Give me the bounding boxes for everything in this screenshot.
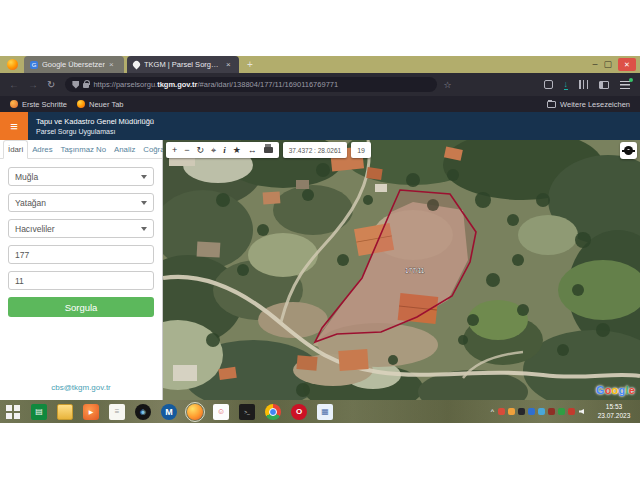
tray-icons xyxy=(498,408,575,415)
zoom-level-readout: 19 xyxy=(351,142,371,158)
parsel-input[interactable] xyxy=(15,276,147,286)
il-select[interactable]: Muğla xyxy=(8,167,154,186)
opera-taskbar-icon[interactable]: O xyxy=(291,404,307,420)
app-title: Parsel Sorgu Uygulaması xyxy=(36,128,154,135)
contact-email-link[interactable]: cbs@tkgm.gov.tr xyxy=(51,383,111,392)
browser-navbar: ← → ↻ https://parselsorgu.tkgm.gov.tr/#a… xyxy=(0,73,640,96)
sidebar-toggle-icon[interactable] xyxy=(599,81,609,89)
clock-date: 23.07.2023 xyxy=(593,412,635,421)
tab-close-icon[interactable]: × xyxy=(226,60,231,69)
firefox-icon xyxy=(77,100,85,108)
tray-black-icon[interactable] xyxy=(518,408,525,415)
folder-icon xyxy=(547,101,556,108)
library-icon[interactable] xyxy=(579,80,588,89)
coordinate-readout: 37.4372 : 28.0261 xyxy=(283,142,347,158)
map-toolbar: + − ↻ ⌖ i ★ ↔ 37.4372 : 28.0261 19 xyxy=(166,142,371,158)
chevron-down-icon xyxy=(141,201,147,205)
new-tab-button[interactable]: + xyxy=(247,59,253,70)
app-menu-button[interactable]: ≡ xyxy=(0,112,28,140)
bookmark-neuer-tab[interactable]: Neuer Tab xyxy=(77,100,123,109)
chevron-down-icon xyxy=(141,227,147,231)
tab-title: Google Übersetzer xyxy=(42,60,105,69)
map-settings-button[interactable] xyxy=(620,142,637,159)
map-refresh-icon[interactable]: ↻ xyxy=(197,146,205,155)
menu-hamburger-icon[interactable] xyxy=(620,81,630,89)
notepad-taskbar-icon[interactable]: ≡ xyxy=(109,404,125,420)
translate-favicon-icon: G xyxy=(30,61,38,69)
volume-icon[interactable] xyxy=(579,409,584,414)
firefox-logo-icon xyxy=(7,59,18,70)
browser-titlebar: G Google Übersetzer × TKGM | Parsel Sorg… xyxy=(0,56,640,73)
terminal-taskbar-icon[interactable]: >_ xyxy=(239,404,255,420)
map-zoom-in-icon[interactable]: + xyxy=(172,146,177,155)
chevron-down-icon xyxy=(141,175,147,179)
query-sidebar: İdari Adres Taşınmaz No Analiz Coğrafi M… xyxy=(0,140,163,400)
downloads-icon[interactable]: ↓ xyxy=(564,80,569,90)
satellite-map[interactable]: 177/11 xyxy=(163,140,640,400)
explorer-taskbar-icon[interactable] xyxy=(57,404,73,420)
ilce-select[interactable]: Yatağan xyxy=(8,193,154,212)
globe-icon xyxy=(10,100,18,108)
query-tabs: İdari Adres Taşınmaz No Analiz Coğrafi xyxy=(0,140,162,159)
back-icon[interactable]: ← xyxy=(9,79,19,90)
firefox-taskbar-icon[interactable] xyxy=(187,404,203,420)
tray-red-icon[interactable] xyxy=(498,408,505,415)
other-bookmarks[interactable]: Weitere Lesezeichen xyxy=(547,100,640,109)
map-favorites-icon[interactable]: ★ xyxy=(233,146,241,155)
chrome-taskbar-icon[interactable] xyxy=(265,404,281,420)
store-taskbar-icon[interactable]: ▤ xyxy=(31,404,47,420)
url-bar[interactable]: https://parselsorgu.tkgm.gov.tr/#ara/ida… xyxy=(65,77,437,92)
il-value: Muğla xyxy=(15,172,38,182)
map-zoom-out-icon[interactable]: − xyxy=(184,146,189,155)
reload-icon[interactable]: ↻ xyxy=(47,79,55,90)
restore-button[interactable]: ▢ xyxy=(603,60,612,69)
tab-analiz[interactable]: Analiz xyxy=(110,140,139,158)
media-taskbar-icon[interactable]: ▶ xyxy=(83,404,99,420)
clock-time: 15:53 xyxy=(593,403,635,412)
minimize-button[interactable]: – xyxy=(592,60,597,69)
tray-expand-icon[interactable]: ^ xyxy=(491,408,494,415)
map-locate-icon[interactable]: ⌖ xyxy=(211,146,216,155)
bookmark-erste-schritte[interactable]: Erste Schritte xyxy=(10,100,67,109)
start-taskbar-icon[interactable] xyxy=(5,404,21,420)
tray-green-icon[interactable] xyxy=(558,408,565,415)
lock-icon[interactable] xyxy=(83,83,89,88)
org-title: Tapu ve Kadastro Genel Müdürlüğü xyxy=(36,117,154,126)
ada-input[interactable] xyxy=(15,250,147,260)
url-text: https://parselsorgu.tkgm.gov.tr/#ara/ida… xyxy=(93,80,338,89)
tab-tasinmaz-no[interactable]: Taşınmaz No xyxy=(57,140,111,158)
maps-taskbar-icon[interactable]: M xyxy=(161,404,177,420)
browser-window: G Google Übersetzer × TKGM | Parsel Sorg… xyxy=(0,56,640,400)
bookmark-label: Erste Schritte xyxy=(22,100,67,109)
tracking-shield-icon[interactable] xyxy=(72,81,79,89)
photos-taskbar-icon[interactable]: ☺ xyxy=(213,404,229,420)
tab-google-uebersetzer[interactable]: G Google Übersetzer × xyxy=(24,56,124,73)
map-measure-icon[interactable]: ↔ xyxy=(248,146,257,155)
mahalle-select[interactable]: Hacıveliler xyxy=(8,219,154,238)
tray-blue-icon[interactable] xyxy=(528,408,535,415)
tab-close-icon[interactable]: × xyxy=(109,60,114,69)
map-area[interactable]: 177/11 + − ↻ ⌖ i ★ ↔ 37.4372 : 28.0261 1… xyxy=(163,140,640,400)
tray-crimson-icon[interactable] xyxy=(568,408,575,415)
tab-adres[interactable]: Adres xyxy=(28,140,56,158)
camera-taskbar-icon[interactable]: ◉ xyxy=(135,404,151,420)
calc-taskbar-icon[interactable]: ▦ xyxy=(317,404,333,420)
tab-idari[interactable]: İdari xyxy=(3,140,28,159)
tray-teal-icon[interactable] xyxy=(538,408,545,415)
tray-orange-icon[interactable] xyxy=(508,408,515,415)
tab-title: TKGM | Parsel Sorgu Uygulaması xyxy=(144,60,222,69)
close-button[interactable]: ✕ xyxy=(618,58,636,71)
forward-icon[interactable]: → xyxy=(28,79,38,90)
bookmark-star-icon[interactable]: ☆ xyxy=(443,80,451,90)
bookmark-label: Neuer Tab xyxy=(89,100,123,109)
tkgm-header: ≡ Tapu ve Kadastro Genel Müdürlüğü Parse… xyxy=(0,112,640,140)
tray-maroon-icon[interactable] xyxy=(548,408,555,415)
taskbar-clock[interactable]: 15:53 23.07.2023 xyxy=(593,403,635,421)
tab-tkgm-parsel-sorgu[interactable]: TKGM | Parsel Sorgu Uygulaması × xyxy=(127,56,239,73)
permissions-icon[interactable] xyxy=(544,80,553,89)
gear-icon xyxy=(624,146,633,155)
map-print-icon[interactable] xyxy=(264,147,273,153)
map-info-icon[interactable]: i xyxy=(223,146,226,155)
sorgula-button[interactable]: Sorgula xyxy=(8,297,154,317)
windows-taskbar: ▤▶≡◉M☺>_O▦ ^ 15:53 23.07.2023 xyxy=(0,400,640,423)
